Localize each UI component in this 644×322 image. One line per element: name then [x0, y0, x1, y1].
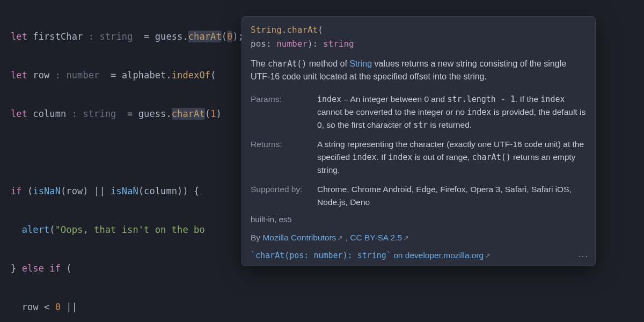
supported-value: Chrome, Chrome Android, Edge, Firefox, O… [317, 183, 587, 209]
external-link-icon: ↗ [336, 234, 343, 242]
mozilla-contributors-link[interactable]: Mozilla Contributors [262, 233, 336, 242]
identifier: firstChar [33, 31, 83, 42]
string-link[interactable]: String [349, 59, 372, 68]
params-label: Params: [251, 93, 310, 131]
returns-value: A string representing the character (exa… [317, 138, 587, 177]
mdn-link-row: `charAt(pos: number): string` on develop… [242, 248, 595, 266]
keyword-let: let [11, 31, 27, 42]
external-link-icon: ↗ [402, 234, 409, 242]
params-row: Params: index – An integer between 0 and… [242, 90, 595, 135]
description: The charAt() method of String values ret… [242, 55, 595, 90]
returns-row: Returns: A string representing the chara… [242, 135, 595, 180]
code-line[interactable]: row < 0 || [11, 297, 644, 317]
external-link-icon: ↗ [484, 252, 491, 260]
params-value: index – An integer between 0 and str.len… [317, 93, 587, 131]
more-options-icon[interactable]: ⋮ [577, 252, 590, 261]
method-charat[interactable]: charAt [172, 108, 205, 120]
tags: built-in, es5 [242, 212, 595, 230]
supported-label: Supported by: [251, 183, 310, 209]
returns-label: Returns: [251, 138, 310, 177]
signature: String.charAt( pos: number): string [242, 17, 595, 55]
documentation-popup[interactable]: String.charAt( pos: number): string The … [241, 16, 596, 266]
supported-row: Supported by: Chrome, Chrome Android, Ed… [242, 180, 595, 212]
license-link[interactable]: CC BY-SA 2.5 [350, 233, 402, 242]
mdn-link[interactable]: `charAt(pos: number): string` on develop… [251, 251, 484, 260]
type-hint: : string [83, 31, 138, 42]
attribution: By Mozilla Contributors↗ , CC BY-SA 2.5↗ [242, 230, 595, 248]
method-charat[interactable]: charAt [188, 31, 222, 42]
